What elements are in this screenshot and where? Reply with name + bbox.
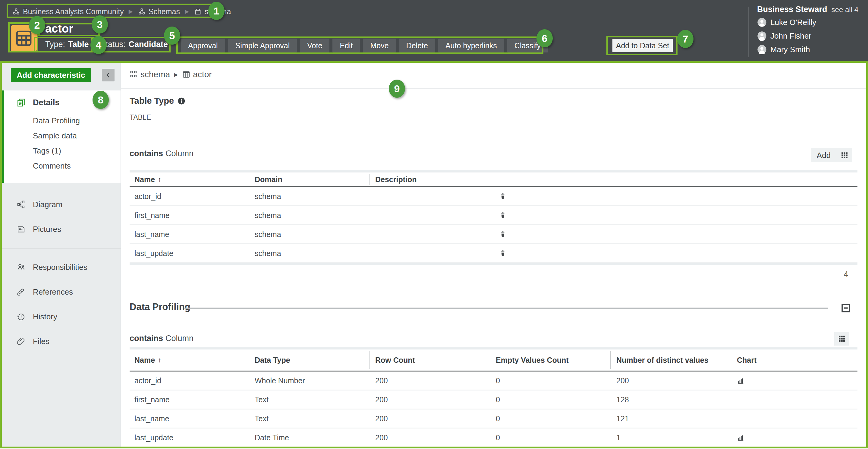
sidebar-divider xyxy=(2,248,121,249)
sidebar-section-details: Details Data Profiling Sample data Tags … xyxy=(2,90,121,183)
column-header-chart[interactable]: Chart xyxy=(737,350,756,370)
avatar xyxy=(757,44,767,54)
sidebar-item-tags[interactable]: Tags (1) xyxy=(2,144,121,157)
avatar xyxy=(757,18,767,27)
sidebar-item-responsibilities[interactable]: Responsibilities xyxy=(2,261,121,274)
collapse-section-icon[interactable] xyxy=(841,303,851,313)
sidebar-item-data-profiling[interactable]: Data Profiling xyxy=(2,114,121,127)
add-to-dataset-button[interactable]: Add to Data Set xyxy=(613,39,673,52)
add-column-button[interactable]: Add xyxy=(811,148,837,162)
sidebar-main-divider xyxy=(121,63,121,447)
chevron-right-icon: ▶ xyxy=(184,8,190,15)
sidebar-item-comments[interactable]: Comments xyxy=(2,159,121,173)
column-header-description[interactable]: Description xyxy=(375,173,417,186)
steward-name: John Fisher xyxy=(770,31,811,41)
collapse-sidebar-button[interactable] xyxy=(102,69,115,82)
delete-button[interactable]: Delete xyxy=(399,39,435,53)
type-value: Table xyxy=(68,40,89,49)
steward-user[interactable]: Luke O'Reilly xyxy=(757,17,858,28)
column-header-row-count[interactable]: Row Count xyxy=(375,350,415,370)
sort-asc-icon: ↑ xyxy=(158,356,161,364)
asset-meta: Type: Table Status: Candidate xyxy=(45,40,168,49)
breadcrumb-item-schema[interactable]: schema xyxy=(194,7,231,16)
classify-button[interactable]: Classify xyxy=(507,39,548,53)
column-header-name[interactable]: Name↑ xyxy=(134,350,161,370)
table-row[interactable]: last_name Text 200 0 121 xyxy=(130,410,858,428)
chevron-right-icon: ▶ xyxy=(173,72,180,78)
column-header-distinct-values[interactable]: Number of distinct values xyxy=(616,350,709,370)
table-row[interactable]: actor_id Whole Number 200 0 200 xyxy=(130,371,858,390)
type-label: Type: xyxy=(45,40,65,49)
table-small-icon xyxy=(182,70,190,79)
info-icon[interactable] xyxy=(178,97,185,105)
table-row[interactable]: last_update schema xyxy=(130,244,858,263)
table-row[interactable]: last_name schema xyxy=(130,225,858,244)
contains-column-heading-profiling: containsColumn xyxy=(130,334,193,343)
table-type-heading: Table Type xyxy=(130,96,185,106)
delete-row-icon[interactable] xyxy=(499,225,507,243)
table-settings-grid-icon[interactable] xyxy=(837,148,852,162)
simple-approval-button[interactable]: Simple Approval xyxy=(228,39,297,53)
sidebar-item-references[interactable]: References xyxy=(2,285,121,299)
add-characteristic-button[interactable]: Add characteristic xyxy=(11,68,91,82)
steward-user[interactable]: John Fisher xyxy=(757,30,858,41)
breadcrumb-parent[interactable]: schema xyxy=(141,70,170,79)
table-row[interactable]: last_update Date Time 200 0 1 xyxy=(130,428,858,448)
community-icon xyxy=(12,7,20,16)
columns-table: Name↑ Domain Description actor_id schema… xyxy=(130,170,858,265)
approval-button[interactable]: Approval xyxy=(181,39,225,53)
delete-row-icon[interactable] xyxy=(499,206,507,224)
breadcrumb-item-community[interactable]: Business Analysts Community xyxy=(12,7,124,16)
table-row[interactable]: actor_id schema xyxy=(130,187,858,206)
header-divider xyxy=(748,7,749,57)
table-settings-grid-icon[interactable] xyxy=(834,332,849,346)
steward-user[interactable]: Mary Smith xyxy=(757,44,858,55)
auto-hyperlinks-button[interactable]: Auto hyperlinks xyxy=(438,39,504,53)
content-divider xyxy=(121,88,866,89)
contains-column-heading: containsColumn xyxy=(130,149,193,158)
breadcrumb-item-schemas[interactable]: Schemas xyxy=(138,7,180,16)
column-header-domain[interactable]: Domain xyxy=(255,173,282,186)
details-pages-icon xyxy=(16,98,26,107)
vote-button[interactable]: Vote xyxy=(300,39,330,53)
asset-breadcrumb: schema ▶ actor xyxy=(130,69,212,80)
people-icon xyxy=(16,262,26,272)
column-header-data-type[interactable]: Data Type xyxy=(255,350,290,370)
edit-button[interactable]: Edit xyxy=(333,39,360,53)
table-row[interactable]: first_name schema xyxy=(130,206,858,225)
bar-chart-icon[interactable] xyxy=(737,428,744,447)
steward-name: Mary Smith xyxy=(770,45,810,54)
bar-chart-icon[interactable] xyxy=(737,371,744,390)
sidebar-item-diagram[interactable]: Diagram xyxy=(2,198,121,211)
section-rule xyxy=(184,307,828,309)
sidebar: Add characteristic Details Data Profilin… xyxy=(2,63,121,447)
history-clock-icon xyxy=(16,312,26,322)
move-button[interactable]: Move xyxy=(363,39,396,53)
link-icon xyxy=(16,287,26,297)
delete-row-icon[interactable] xyxy=(499,244,507,262)
data-profiling-heading: Data Profiling xyxy=(130,302,190,312)
sidebar-item-pictures[interactable]: Pictures xyxy=(2,222,121,236)
sidebar-item-files[interactable]: Files xyxy=(2,335,121,348)
column-header-empty-values[interactable]: Empty Values Count xyxy=(496,350,569,370)
status-label: Status: xyxy=(100,40,126,49)
chevron-right-icon: ▶ xyxy=(128,8,133,15)
data-profiling-table: Name↑ Data Type Row Count Empty Values C… xyxy=(130,348,858,448)
status-value[interactable]: Candidate xyxy=(129,40,168,49)
sidebar-item-sample-data[interactable]: Sample data xyxy=(2,129,121,142)
page: Business Analysts Community ▶ Schemas ▶ xyxy=(0,0,868,449)
sidebar-item-history[interactable]: History xyxy=(2,310,121,323)
see-all-link[interactable]: see all 4 xyxy=(832,5,858,14)
breadcrumb-current: actor xyxy=(193,70,212,79)
row-count-total: 4 xyxy=(844,270,848,279)
steward-name: Luke O'Reilly xyxy=(770,18,816,27)
breadcrumb-label: Schemas xyxy=(149,7,180,16)
sidebar-item-details[interactable]: Details xyxy=(2,96,121,109)
table-type-value: TABLE xyxy=(130,113,151,122)
column-header-name[interactable]: Name↑ xyxy=(134,173,161,186)
workflow-actions: Approval Simple Approval Vote Edit Move … xyxy=(181,39,548,53)
delete-row-icon[interactable] xyxy=(499,187,507,205)
paperclip-icon xyxy=(16,336,26,346)
table-row[interactable]: first_name Text 200 0 128 xyxy=(130,390,858,410)
schema-nodes-icon xyxy=(130,70,138,79)
